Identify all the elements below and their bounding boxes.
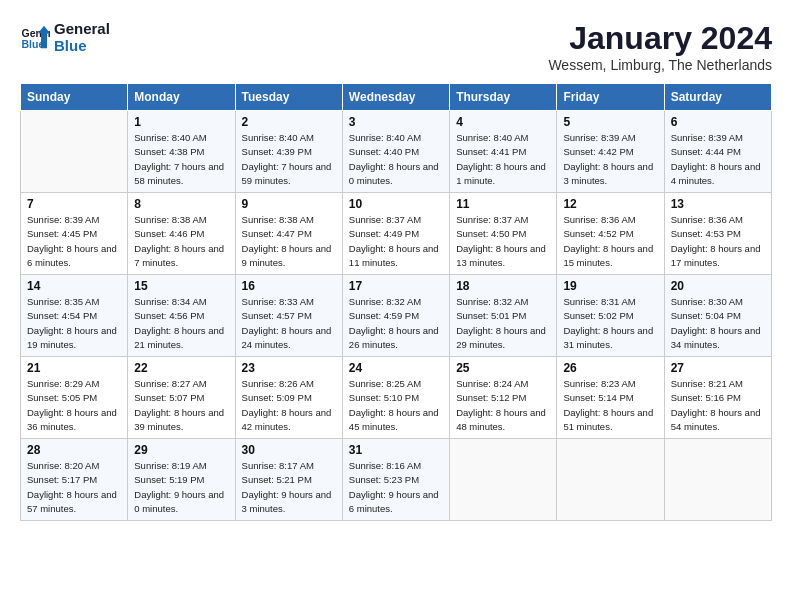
- calendar-day-cell: 4Sunrise: 8:40 AMSunset: 4:41 PMDaylight…: [450, 111, 557, 193]
- calendar-day-cell: 10Sunrise: 8:37 AMSunset: 4:49 PMDayligh…: [342, 193, 449, 275]
- logo: General Blue General Blue: [20, 20, 110, 54]
- day-number: 9: [242, 197, 336, 211]
- calendar-day-cell: 17Sunrise: 8:32 AMSunset: 4:59 PMDayligh…: [342, 275, 449, 357]
- title-block: January 2024 Wessem, Limburg, The Nether…: [548, 20, 772, 73]
- day-number: 26: [563, 361, 657, 375]
- calendar-day-cell: [450, 439, 557, 521]
- weekday-header-tuesday: Tuesday: [235, 84, 342, 111]
- calendar-day-cell: 7Sunrise: 8:39 AMSunset: 4:45 PMDaylight…: [21, 193, 128, 275]
- day-info: Sunrise: 8:40 AMSunset: 4:40 PMDaylight:…: [349, 131, 443, 188]
- day-number: 27: [671, 361, 765, 375]
- day-info: Sunrise: 8:25 AMSunset: 5:10 PMDaylight:…: [349, 377, 443, 434]
- day-number: 28: [27, 443, 121, 457]
- weekday-header-wednesday: Wednesday: [342, 84, 449, 111]
- day-number: 16: [242, 279, 336, 293]
- calendar-day-cell: 31Sunrise: 8:16 AMSunset: 5:23 PMDayligh…: [342, 439, 449, 521]
- day-number: 31: [349, 443, 443, 457]
- day-info: Sunrise: 8:39 AMSunset: 4:44 PMDaylight:…: [671, 131, 765, 188]
- day-number: 5: [563, 115, 657, 129]
- day-number: 21: [27, 361, 121, 375]
- location-subtitle: Wessem, Limburg, The Netherlands: [548, 57, 772, 73]
- day-number: 17: [349, 279, 443, 293]
- day-number: 24: [349, 361, 443, 375]
- day-number: 29: [134, 443, 228, 457]
- logo-icon: General Blue: [20, 22, 50, 52]
- day-info: Sunrise: 8:37 AMSunset: 4:49 PMDaylight:…: [349, 213, 443, 270]
- calendar-day-cell: [557, 439, 664, 521]
- day-number: 11: [456, 197, 550, 211]
- day-info: Sunrise: 8:38 AMSunset: 4:47 PMDaylight:…: [242, 213, 336, 270]
- weekday-header-row: SundayMondayTuesdayWednesdayThursdayFrid…: [21, 84, 772, 111]
- weekday-header-thursday: Thursday: [450, 84, 557, 111]
- page-header: General Blue General Blue January 2024 W…: [20, 20, 772, 73]
- day-number: 7: [27, 197, 121, 211]
- calendar-day-cell: 24Sunrise: 8:25 AMSunset: 5:10 PMDayligh…: [342, 357, 449, 439]
- day-number: 14: [27, 279, 121, 293]
- calendar-day-cell: 27Sunrise: 8:21 AMSunset: 5:16 PMDayligh…: [664, 357, 771, 439]
- calendar-day-cell: [21, 111, 128, 193]
- calendar-day-cell: 3Sunrise: 8:40 AMSunset: 4:40 PMDaylight…: [342, 111, 449, 193]
- calendar-day-cell: 23Sunrise: 8:26 AMSunset: 5:09 PMDayligh…: [235, 357, 342, 439]
- day-number: 15: [134, 279, 228, 293]
- calendar-day-cell: [664, 439, 771, 521]
- calendar-week-row: 7Sunrise: 8:39 AMSunset: 4:45 PMDaylight…: [21, 193, 772, 275]
- calendar-day-cell: 2Sunrise: 8:40 AMSunset: 4:39 PMDaylight…: [235, 111, 342, 193]
- day-number: 13: [671, 197, 765, 211]
- calendar-week-row: 1Sunrise: 8:40 AMSunset: 4:38 PMDaylight…: [21, 111, 772, 193]
- day-info: Sunrise: 8:21 AMSunset: 5:16 PMDaylight:…: [671, 377, 765, 434]
- day-number: 1: [134, 115, 228, 129]
- day-info: Sunrise: 8:36 AMSunset: 4:52 PMDaylight:…: [563, 213, 657, 270]
- day-info: Sunrise: 8:27 AMSunset: 5:07 PMDaylight:…: [134, 377, 228, 434]
- calendar-day-cell: 25Sunrise: 8:24 AMSunset: 5:12 PMDayligh…: [450, 357, 557, 439]
- calendar-day-cell: 8Sunrise: 8:38 AMSunset: 4:46 PMDaylight…: [128, 193, 235, 275]
- calendar-day-cell: 9Sunrise: 8:38 AMSunset: 4:47 PMDaylight…: [235, 193, 342, 275]
- day-number: 19: [563, 279, 657, 293]
- day-number: 10: [349, 197, 443, 211]
- day-number: 22: [134, 361, 228, 375]
- day-info: Sunrise: 8:40 AMSunset: 4:38 PMDaylight:…: [134, 131, 228, 188]
- calendar-day-cell: 18Sunrise: 8:32 AMSunset: 5:01 PMDayligh…: [450, 275, 557, 357]
- calendar-day-cell: 28Sunrise: 8:20 AMSunset: 5:17 PMDayligh…: [21, 439, 128, 521]
- day-number: 6: [671, 115, 765, 129]
- day-info: Sunrise: 8:34 AMSunset: 4:56 PMDaylight:…: [134, 295, 228, 352]
- day-info: Sunrise: 8:23 AMSunset: 5:14 PMDaylight:…: [563, 377, 657, 434]
- day-number: 30: [242, 443, 336, 457]
- logo-general: General: [54, 20, 110, 37]
- day-info: Sunrise: 8:19 AMSunset: 5:19 PMDaylight:…: [134, 459, 228, 516]
- calendar-week-row: 28Sunrise: 8:20 AMSunset: 5:17 PMDayligh…: [21, 439, 772, 521]
- calendar-day-cell: 5Sunrise: 8:39 AMSunset: 4:42 PMDaylight…: [557, 111, 664, 193]
- day-info: Sunrise: 8:17 AMSunset: 5:21 PMDaylight:…: [242, 459, 336, 516]
- calendar-day-cell: 14Sunrise: 8:35 AMSunset: 4:54 PMDayligh…: [21, 275, 128, 357]
- svg-text:Blue: Blue: [22, 38, 45, 50]
- weekday-header-friday: Friday: [557, 84, 664, 111]
- calendar-day-cell: 19Sunrise: 8:31 AMSunset: 5:02 PMDayligh…: [557, 275, 664, 357]
- day-info: Sunrise: 8:24 AMSunset: 5:12 PMDaylight:…: [456, 377, 550, 434]
- day-info: Sunrise: 8:26 AMSunset: 5:09 PMDaylight:…: [242, 377, 336, 434]
- day-number: 12: [563, 197, 657, 211]
- weekday-header-saturday: Saturday: [664, 84, 771, 111]
- day-info: Sunrise: 8:37 AMSunset: 4:50 PMDaylight:…: [456, 213, 550, 270]
- day-info: Sunrise: 8:39 AMSunset: 4:45 PMDaylight:…: [27, 213, 121, 270]
- calendar-day-cell: 15Sunrise: 8:34 AMSunset: 4:56 PMDayligh…: [128, 275, 235, 357]
- calendar-day-cell: 6Sunrise: 8:39 AMSunset: 4:44 PMDaylight…: [664, 111, 771, 193]
- day-number: 23: [242, 361, 336, 375]
- calendar-day-cell: 20Sunrise: 8:30 AMSunset: 5:04 PMDayligh…: [664, 275, 771, 357]
- day-info: Sunrise: 8:32 AMSunset: 4:59 PMDaylight:…: [349, 295, 443, 352]
- calendar-week-row: 21Sunrise: 8:29 AMSunset: 5:05 PMDayligh…: [21, 357, 772, 439]
- day-info: Sunrise: 8:38 AMSunset: 4:46 PMDaylight:…: [134, 213, 228, 270]
- day-info: Sunrise: 8:20 AMSunset: 5:17 PMDaylight:…: [27, 459, 121, 516]
- logo-blue: Blue: [54, 37, 110, 54]
- day-info: Sunrise: 8:30 AMSunset: 5:04 PMDaylight:…: [671, 295, 765, 352]
- calendar-day-cell: 1Sunrise: 8:40 AMSunset: 4:38 PMDaylight…: [128, 111, 235, 193]
- day-info: Sunrise: 8:33 AMSunset: 4:57 PMDaylight:…: [242, 295, 336, 352]
- day-info: Sunrise: 8:32 AMSunset: 5:01 PMDaylight:…: [456, 295, 550, 352]
- day-info: Sunrise: 8:35 AMSunset: 4:54 PMDaylight:…: [27, 295, 121, 352]
- calendar-week-row: 14Sunrise: 8:35 AMSunset: 4:54 PMDayligh…: [21, 275, 772, 357]
- day-number: 8: [134, 197, 228, 211]
- calendar-day-cell: 16Sunrise: 8:33 AMSunset: 4:57 PMDayligh…: [235, 275, 342, 357]
- calendar-day-cell: 21Sunrise: 8:29 AMSunset: 5:05 PMDayligh…: [21, 357, 128, 439]
- calendar-day-cell: 12Sunrise: 8:36 AMSunset: 4:52 PMDayligh…: [557, 193, 664, 275]
- calendar-day-cell: 11Sunrise: 8:37 AMSunset: 4:50 PMDayligh…: [450, 193, 557, 275]
- month-title: January 2024: [548, 20, 772, 57]
- day-info: Sunrise: 8:40 AMSunset: 4:41 PMDaylight:…: [456, 131, 550, 188]
